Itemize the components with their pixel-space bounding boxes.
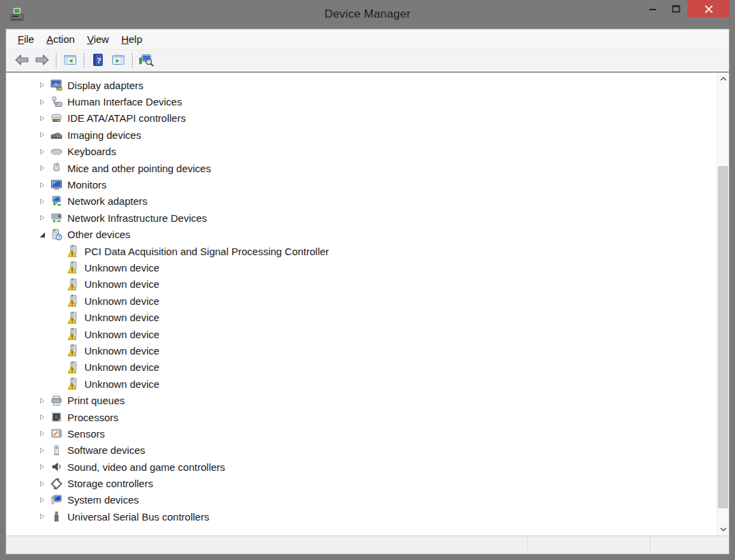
status-cell bbox=[650, 536, 729, 554]
collapsed-arrow-icon[interactable] bbox=[37, 495, 47, 505]
collapsed-arrow-icon[interactable] bbox=[37, 512, 47, 521]
scrollbar-track[interactable] bbox=[717, 85, 729, 523]
unknown-device-warning-icon bbox=[67, 328, 80, 340]
vertical-scrollbar[interactable] bbox=[717, 73, 729, 536]
collapsed-arrow-icon[interactable] bbox=[37, 462, 47, 472]
show-hide-console-tree-button[interactable] bbox=[60, 51, 80, 70]
tree-item[interactable]: Unknown device bbox=[6, 359, 717, 376]
tree-item-label: Network adapters bbox=[67, 195, 148, 207]
back-button[interactable] bbox=[12, 51, 32, 70]
device-tree: Display adaptersHuman Interface DevicesI… bbox=[6, 73, 717, 536]
tree-item-label: Unknown device bbox=[84, 262, 159, 274]
tree-item[interactable]: Display adapters bbox=[6, 77, 717, 93]
collapsed-arrow-icon[interactable] bbox=[37, 97, 47, 107]
tree-item[interactable]: Sensors bbox=[6, 425, 717, 442]
tree-item[interactable]: Monitors bbox=[6, 176, 717, 193]
minimize-button[interactable] bbox=[641, 0, 664, 18]
tree-item[interactable]: ?Other devices bbox=[6, 227, 717, 243]
unknown-device-warning-icon bbox=[67, 261, 80, 274]
tree-item[interactable]: Unknown device bbox=[6, 376, 717, 392]
scan-computer-icon bbox=[139, 53, 154, 69]
tree-item[interactable]: Print queues bbox=[6, 392, 717, 408]
tree-item[interactable]: PCI Data Acquisition and Signal Processi… bbox=[6, 243, 717, 259]
svg-text:?: ? bbox=[57, 234, 60, 240]
menu-action[interactable]: Action bbox=[40, 31, 81, 47]
unknown-device-warning-icon bbox=[67, 278, 80, 291]
forward-arrow-icon bbox=[35, 54, 50, 68]
tree-item[interactable]: Network Infrastructure Devices bbox=[6, 210, 717, 226]
tree-item[interactable]: Storage controllers bbox=[6, 475, 717, 491]
tree-item-label: Keyboards bbox=[67, 146, 116, 157]
back-arrow-icon bbox=[14, 54, 29, 68]
tree-item[interactable]: Processors bbox=[6, 409, 717, 425]
tree-item[interactable]: Human Interface Devices bbox=[6, 93, 717, 110]
tree-item[interactable]: Sound, video and game controllers bbox=[6, 459, 717, 475]
tree-item[interactable]: Unknown device bbox=[6, 276, 717, 293]
help-button[interactable]: ? bbox=[88, 51, 108, 70]
maximize-button[interactable] bbox=[664, 0, 687, 18]
tree-item[interactable]: Unknown device bbox=[6, 342, 717, 359]
collapsed-arrow-icon[interactable] bbox=[37, 147, 47, 157]
tree-item[interactable]: Imaging devices bbox=[6, 127, 717, 143]
collapsed-arrow-icon[interactable] bbox=[37, 429, 47, 438]
tree-item[interactable]: Keyboards bbox=[6, 144, 717, 160]
sensor-icon bbox=[50, 427, 63, 440]
unknown-device-warning-icon bbox=[67, 295, 80, 307]
tree-item-label: Sensors bbox=[67, 428, 105, 440]
collapsed-arrow-icon[interactable] bbox=[37, 446, 47, 455]
scan-for-hardware-changes-button[interactable] bbox=[136, 51, 157, 70]
title-bar[interactable]: Device Manager bbox=[0, 0, 735, 29]
collapsed-arrow-icon[interactable] bbox=[37, 163, 47, 173]
collapsed-arrow-icon[interactable] bbox=[37, 197, 47, 206]
network-adapter-icon bbox=[50, 195, 63, 208]
tree-item-label: Unknown device bbox=[84, 329, 159, 340]
collapsed-arrow-icon[interactable] bbox=[37, 412, 47, 422]
tree-item[interactable]: Unknown device bbox=[6, 309, 717, 325]
scrollbar-thumb[interactable] bbox=[718, 166, 728, 508]
status-cell bbox=[6, 536, 527, 554]
display-adapter-icon bbox=[50, 79, 63, 91]
tree-item-label: Human Interface Devices bbox=[67, 96, 182, 108]
window-title: Device Manager bbox=[0, 7, 735, 21]
scroll-up-button[interactable] bbox=[717, 73, 729, 85]
unknown-device-warning-icon bbox=[67, 378, 80, 390]
close-button[interactable] bbox=[687, 0, 730, 18]
tree-item-label: IDE ATA/ATAPI controllers bbox=[67, 112, 186, 124]
tree-item[interactable]: Universal Serial Bus controllers bbox=[6, 508, 717, 525]
mouse-icon bbox=[50, 162, 63, 174]
toolbar-separator bbox=[84, 53, 84, 68]
tree-item[interactable]: Unknown device bbox=[6, 326, 717, 342]
other-device-icon: ? bbox=[50, 229, 63, 241]
collapsed-arrow-icon[interactable] bbox=[37, 396, 47, 406]
tree-item[interactable]: Network adapters bbox=[6, 193, 717, 210]
toolbar-separator bbox=[132, 53, 133, 68]
collapsed-arrow-icon[interactable] bbox=[37, 213, 47, 223]
scroll-down-button[interactable] bbox=[717, 523, 729, 536]
speaker-icon bbox=[50, 461, 63, 473]
collapsed-arrow-icon[interactable] bbox=[37, 479, 47, 489]
expanded-arrow-icon[interactable] bbox=[37, 230, 47, 240]
tree-item-label: Monitors bbox=[67, 179, 107, 191]
tree-item[interactable]: Mice and other pointing devices bbox=[6, 160, 717, 176]
toolbar-separator bbox=[56, 53, 56, 68]
tree-item[interactable]: IDE ATA/ATAPI controllers bbox=[6, 110, 717, 127]
collapsed-arrow-icon[interactable] bbox=[37, 114, 47, 123]
tree-item[interactable]: Unknown device bbox=[6, 293, 717, 309]
collapsed-arrow-icon[interactable] bbox=[37, 180, 47, 190]
tree-item[interactable]: Unknown device bbox=[6, 259, 717, 276]
device-manager-app-icon bbox=[7, 5, 27, 24]
tree-item[interactable]: System devices bbox=[6, 492, 717, 508]
unknown-device-warning-icon bbox=[67, 245, 80, 257]
collapsed-arrow-icon[interactable] bbox=[37, 80, 47, 90]
tree-item-label: Print queues bbox=[67, 395, 125, 406]
software-device-icon bbox=[50, 444, 63, 457]
menu-help[interactable]: Help bbox=[115, 31, 148, 47]
tree-item-label: Unknown device bbox=[84, 278, 159, 290]
forward-button[interactable] bbox=[32, 51, 52, 70]
chevron-up-icon bbox=[720, 77, 727, 81]
menu-view[interactable]: View bbox=[81, 31, 115, 47]
menu-file[interactable]: File bbox=[12, 31, 40, 47]
tree-item[interactable]: Software devices bbox=[6, 442, 717, 459]
show-hide-action-pane-button[interactable] bbox=[108, 51, 129, 70]
collapsed-arrow-icon[interactable] bbox=[37, 130, 47, 139]
